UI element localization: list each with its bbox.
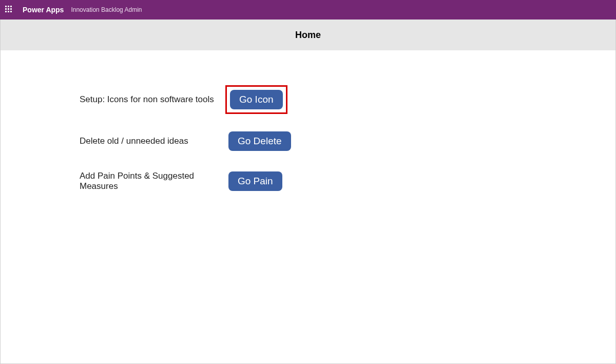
page-header: Home (1, 20, 615, 50)
app-launcher-icon[interactable] (5, 6, 13, 14)
go-pain-wrapper: Go Pain (225, 168, 285, 194)
top-bar: Power Apps Innovation Backlog Admin (0, 0, 616, 20)
app-name-label: Innovation Backlog Admin (71, 6, 142, 13)
go-pain-button[interactable]: Go Pain (228, 171, 282, 191)
home-content: Setup: Icons for non software tools Go I… (1, 50, 615, 194)
go-delete-button[interactable]: Go Delete (228, 131, 291, 151)
go-icon-highlight: Go Icon (225, 85, 287, 114)
row-pain-points: Add Pain Points & Suggested Measures Go … (80, 168, 615, 194)
row-delete-ideas-label: Delete old / unneeded ideas (80, 136, 225, 146)
go-icon-button[interactable]: Go Icon (230, 90, 283, 109)
page-title: Home (295, 30, 321, 41)
app-canvas: Home Setup: Icons for non software tools… (0, 20, 616, 364)
row-setup-icons-label: Setup: Icons for non software tools (80, 94, 225, 105)
go-delete-wrapper: Go Delete (225, 128, 294, 154)
brand-label[interactable]: Power Apps (23, 6, 64, 14)
row-pain-points-label: Add Pain Points & Suggested Measures (80, 171, 225, 191)
row-setup-icons: Setup: Icons for non software tools Go I… (80, 85, 615, 114)
row-delete-ideas: Delete old / unneeded ideas Go Delete (80, 128, 615, 154)
